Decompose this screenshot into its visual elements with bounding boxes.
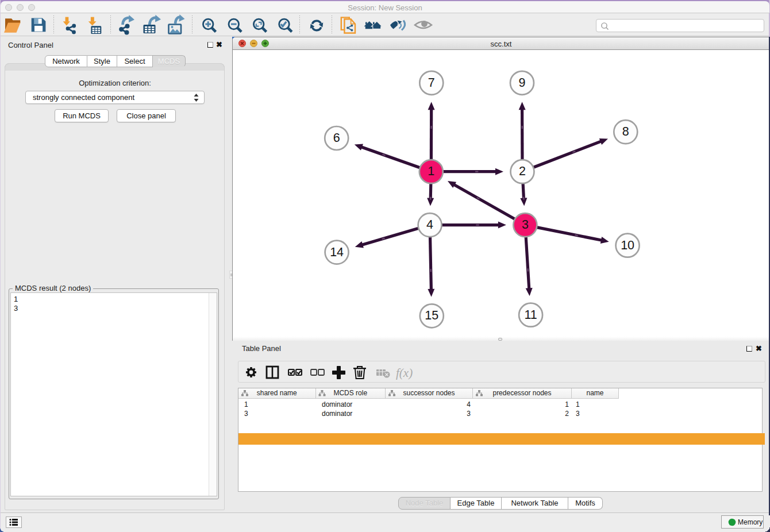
- svg-text:f(x): f(x): [396, 366, 413, 380]
- svg-text:1: 1: [428, 164, 434, 178]
- svg-text:3: 3: [522, 218, 529, 232]
- svg-text:14: 14: [330, 245, 344, 259]
- svg-text:4: 4: [426, 218, 433, 232]
- svg-text:10: 10: [621, 238, 634, 252]
- svg-text:9: 9: [519, 76, 526, 90]
- svg-text:11: 11: [524, 308, 537, 322]
- svg-text:15: 15: [425, 309, 438, 322]
- svg-text:7: 7: [428, 76, 435, 90]
- svg-text:2: 2: [519, 164, 526, 178]
- svg-text:6: 6: [333, 131, 340, 145]
- svg-text:8: 8: [622, 125, 629, 138]
